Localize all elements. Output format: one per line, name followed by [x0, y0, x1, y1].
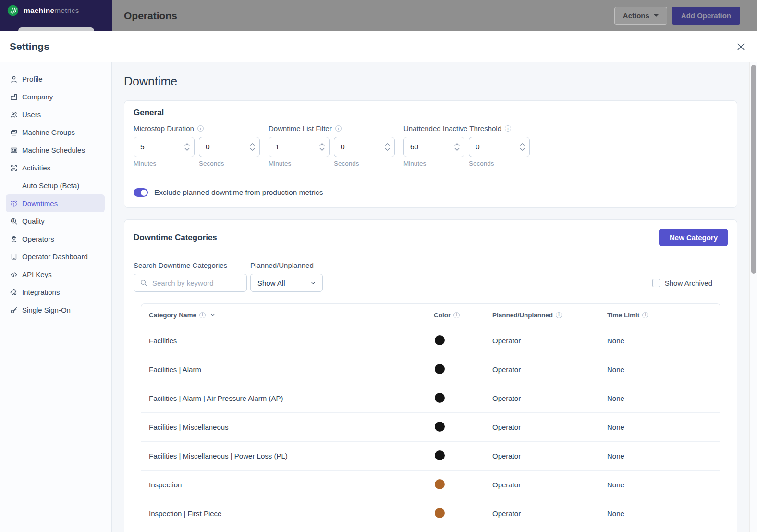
brand-text: machinemetrics [24, 6, 79, 15]
sidebar-item-label: Machine Schedules [22, 146, 85, 154]
sidebar-item-integrations[interactable]: Integrations [6, 283, 105, 301]
minutes-caption: Minutes [134, 160, 195, 167]
sidebar-item-machine-schedules[interactable]: Machine Schedules [6, 141, 105, 159]
stepper-up-icon[interactable] [385, 143, 390, 146]
downtime-categories-title: Downtime Categories [134, 232, 217, 243]
stepper-down-icon[interactable] [454, 148, 460, 151]
planned-unplanned-cell: Operator [492, 452, 607, 460]
sidebar-item-quality[interactable]: $ Quality [6, 212, 105, 230]
sidebar-item-downtimes[interactable]: Downtimes [6, 194, 105, 212]
planned-unplanned-select[interactable]: Show All [250, 274, 323, 292]
settings-title: Settings [10, 41, 49, 52]
stepper-down-icon[interactable] [520, 148, 525, 151]
sidebar-item-label: Users [22, 110, 41, 119]
field-label: Unattended Inactive Threshold [403, 124, 501, 133]
sidebar-item-label: Quality [22, 217, 45, 225]
robot-icon [10, 181, 18, 190]
sidebar-item-activities[interactable]: Activities [6, 159, 105, 177]
navbar-search-input[interactable] [18, 27, 94, 31]
sidebar-item-operator-dashboard[interactable]: Operator Dashboard [6, 248, 105, 266]
planned-unplanned-cell: Operator [492, 394, 607, 402]
operations-page-topbar: machinemetrics Operations Actions Add Op… [0, 0, 757, 31]
time-limit-cell: None [607, 452, 712, 460]
main-navbar: machinemetrics [0, 0, 112, 31]
sidebar-item-company[interactable]: Company [6, 88, 105, 106]
actions-button[interactable]: Actions [614, 7, 667, 25]
planned-unplanned-cell: Operator [492, 481, 607, 489]
users-icon [10, 110, 18, 119]
stepper-up-icon[interactable] [184, 143, 190, 146]
sort-chevron-down-icon[interactable] [210, 312, 216, 318]
stepper-up-icon[interactable] [520, 143, 525, 146]
info-icon: i [556, 312, 562, 318]
categories-table: Category Name i Color i Planned/Unplanne… [141, 303, 720, 528]
table-row[interactable]: Inspection Operator None [141, 471, 720, 499]
table-row[interactable]: Facilities | Miscellaneous | Power Loss … [141, 442, 720, 471]
minutes-caption: Minutes [269, 160, 330, 167]
key-icon [10, 306, 18, 314]
sidebar-item-single-sign-on[interactable]: Single Sign-On [6, 301, 105, 319]
stepper-up-icon[interactable] [319, 143, 325, 146]
column-time-limit: Time Limit i [607, 312, 712, 319]
stepper-up-icon[interactable] [250, 143, 255, 146]
stepper-up-icon[interactable] [454, 143, 460, 146]
table-row[interactable]: Inspection | First Piece Operator None [141, 499, 720, 528]
category-color-dot [435, 335, 445, 345]
sidebar-item-api-keys[interactable]: API Keys [6, 266, 105, 283]
page-title: Downtime [124, 73, 737, 89]
scrollbar-track[interactable] [749, 62, 757, 532]
table-row[interactable]: Facilities | Miscellaneous Operator None [141, 413, 720, 442]
info-icon: i [199, 312, 206, 318]
table-row[interactable]: Facilities Operator None [141, 326, 720, 355]
sidebar-item-label: Downtimes [22, 199, 58, 207]
time-limit-cell: None [607, 394, 712, 402]
minutes-caption: Minutes [403, 160, 464, 167]
seconds-caption: Seconds [469, 160, 530, 167]
category-name-cell: Inspection [149, 481, 434, 489]
planned-unplanned-cell: Operator [492, 337, 607, 345]
time-limit-cell: None [607, 337, 712, 345]
duration-field-group: Microstop Duration i [134, 124, 260, 167]
table-row[interactable]: Facilities | Alarm | Air Pressure Alarm … [141, 384, 720, 413]
activities-list-icon [10, 164, 18, 172]
downtime-categories-card: Downtime Categories New Category Search … [124, 219, 737, 532]
duration-field-group: Downtime List Filter i [269, 124, 395, 167]
sidebar-item-label: API Keys [22, 270, 52, 278]
sidebar-item-users[interactable]: Users [6, 106, 105, 123]
stepper-down-icon[interactable] [250, 148, 255, 151]
schedule-card-icon [10, 146, 18, 155]
sidebar-item-label: Profile [22, 75, 43, 83]
column-category-name[interactable]: Category Name i [149, 312, 434, 319]
sidebar-item-label: Operators [22, 235, 54, 243]
table-row[interactable]: Facilities | Alarm Operator None [141, 355, 720, 384]
scrollbar-thumb[interactable] [751, 65, 756, 274]
settings-sidebar: Profile Company Users Machine Groups Mac… [0, 62, 112, 532]
stepper-down-icon[interactable] [385, 148, 390, 151]
seconds-caption: Seconds [334, 160, 395, 167]
alarm-clock-icon [10, 199, 18, 208]
sidebar-item-label: Single Sign-On [22, 306, 71, 314]
stepper-down-icon[interactable] [319, 148, 325, 151]
search-input[interactable] [134, 274, 247, 292]
sidebar-item-label: Operator Dashboard [22, 253, 88, 261]
categories-table-header: Category Name i Color i Planned/Unplanne… [141, 304, 720, 326]
sidebar-item-auto-setup-beta[interactable]: Auto Setup (Beta) [6, 177, 105, 194]
stepper-down-icon[interactable] [184, 148, 190, 151]
show-archived-checkbox[interactable] [652, 279, 660, 287]
add-operation-button[interactable]: Add Operation [672, 7, 740, 25]
exclude-planned-downtime-toggle[interactable] [134, 188, 148, 197]
filter-group: Planned/Unplanned Show All [250, 261, 323, 292]
field-label: Microstop Duration [134, 124, 194, 133]
close-icon[interactable] [736, 42, 745, 51]
settings-modal: Settings Profile Company Users Machine G… [0, 31, 757, 532]
time-limit-cell: None [607, 481, 712, 489]
sidebar-item-profile[interactable]: Profile [6, 70, 105, 88]
actions-button-label: Actions [623, 12, 649, 20]
category-name-cell: Facilities | Alarm | Air Pressure Alarm … [149, 394, 434, 402]
new-category-button[interactable]: New Category [659, 229, 728, 246]
sidebar-item-operators[interactable]: Operators [6, 230, 105, 248]
column-color: Color i [434, 312, 492, 319]
sidebar-item-label: Company [22, 93, 53, 101]
sidebar-item-machine-groups[interactable]: Machine Groups [6, 123, 105, 141]
search-group: Search Downtime Categories [134, 261, 247, 292]
